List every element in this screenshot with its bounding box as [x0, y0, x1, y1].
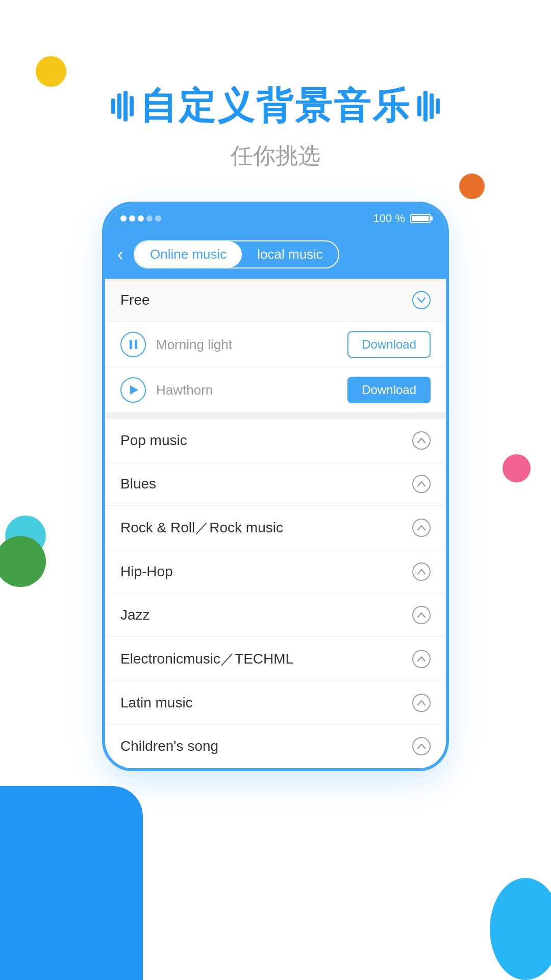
- header-area: 自定义背景音乐 任你挑选: [0, 0, 551, 171]
- category-name-hiphop: Hip-Hop: [120, 564, 173, 580]
- deco-pink-circle: [503, 454, 531, 482]
- category-name-electronic: Electronicmusic／TECHML: [120, 649, 293, 669]
- tab-group: Online music local music: [134, 240, 339, 268]
- deco-blue-bottom-right: [490, 878, 551, 980]
- back-button[interactable]: ‹: [117, 246, 123, 264]
- battery-bar: [410, 214, 431, 223]
- dot-4: [146, 215, 153, 222]
- song-name-hawthorn: Hawthorn: [156, 382, 337, 398]
- battery-percent: 100 %: [373, 212, 405, 225]
- header-title: 自定义背景音乐: [0, 82, 551, 131]
- category-row-rock[interactable]: Rock & Roll／Rock music: [105, 506, 446, 550]
- category-name-free: Free: [120, 292, 150, 308]
- title-text: 自定义背景音乐: [140, 82, 411, 131]
- category-name-blues: Blues: [120, 476, 156, 492]
- chevron-rock[interactable]: [412, 519, 431, 537]
- category-name-jazz: Jazz: [120, 607, 150, 623]
- category-row-jazz[interactable]: Jazz: [105, 594, 446, 637]
- deco-orange-circle: [459, 174, 485, 199]
- chevron-free[interactable]: [412, 291, 431, 309]
- chevron-jazz[interactable]: [412, 606, 431, 624]
- category-row-free[interactable]: Free: [105, 279, 446, 322]
- category-row-hiphop[interactable]: Hip-Hop: [105, 550, 446, 594]
- download-button-hawthorn[interactable]: Download: [347, 377, 431, 403]
- category-row-blues[interactable]: Blues: [105, 462, 446, 506]
- play-button-hawthorn[interactable]: [120, 377, 146, 403]
- category-row-children[interactable]: Children's song: [105, 725, 446, 768]
- song-row-morning-light: Morning lightDownload: [105, 322, 446, 368]
- category-name-pop: Pop music: [120, 432, 187, 449]
- category-name-children: Children's song: [120, 738, 218, 754]
- deco-green-circle: [0, 536, 46, 587]
- chevron-blues[interactable]: [412, 475, 431, 493]
- status-dots: [120, 215, 161, 222]
- header-subtitle: 任你挑选: [0, 141, 551, 171]
- dot-2: [129, 215, 135, 222]
- chevron-pop[interactable]: [412, 431, 431, 450]
- download-button-morning-light[interactable]: Download: [347, 331, 431, 358]
- phone-status-bar: 100 %: [105, 205, 446, 232]
- wave-right-icon: [417, 91, 440, 121]
- phone-nav: ‹ Online music local music: [105, 232, 446, 279]
- pause-button-morning-light[interactable]: [120, 332, 146, 357]
- tab-online-music[interactable]: Online music: [135, 241, 242, 267]
- category-row-latin[interactable]: Latin music: [105, 681, 446, 725]
- phone-mockup: 100 % ‹ Online music local music FreeMor…: [102, 202, 449, 771]
- tab-local-music[interactable]: local music: [242, 241, 338, 267]
- category-name-latin: Latin music: [120, 695, 193, 711]
- music-list: FreeMorning lightDownloadHawthornDownloa…: [105, 279, 446, 768]
- chevron-electronic[interactable]: [412, 650, 431, 668]
- status-right: 100 %: [373, 212, 431, 225]
- chevron-latin[interactable]: [412, 694, 431, 712]
- category-row-pop[interactable]: Pop music: [105, 419, 446, 462]
- deco-blue-bottom-left: [0, 786, 143, 980]
- dot-1: [120, 215, 127, 222]
- song-name-morning-light: Morning light: [156, 337, 337, 353]
- dot-3: [138, 215, 144, 222]
- category-name-rock: Rock & Roll／Rock music: [120, 518, 283, 537]
- dot-5: [155, 215, 161, 222]
- wave-left-icon: [111, 91, 134, 121]
- song-row-hawthorn: HawthornDownload: [105, 368, 446, 413]
- battery-fill: [412, 216, 429, 221]
- chevron-hiphop[interactable]: [412, 562, 431, 581]
- chevron-children[interactable]: [412, 737, 431, 755]
- separator-after-free: [105, 413, 446, 419]
- category-row-electronic[interactable]: Electronicmusic／TECHML: [105, 637, 446, 681]
- phone-frame: 100 % ‹ Online music local music FreeMor…: [102, 202, 449, 771]
